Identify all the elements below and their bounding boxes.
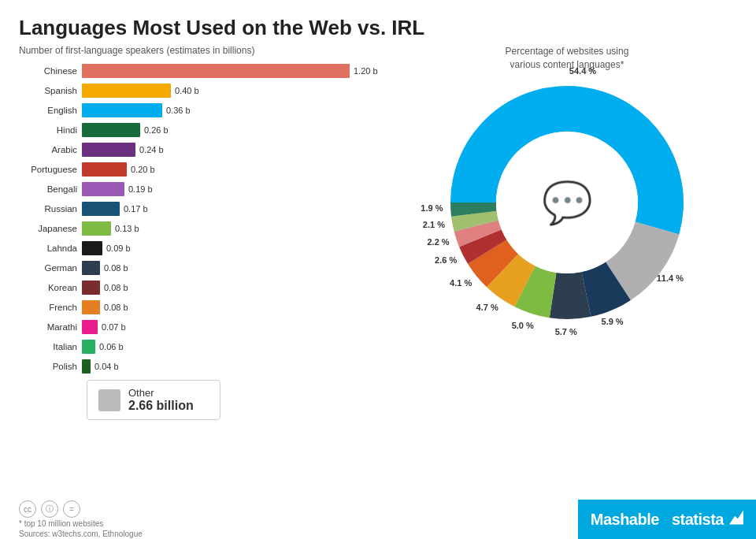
bar-value: 0.20 b	[131, 165, 155, 174]
statista-brand: statista	[672, 511, 743, 529]
bar-value: 0.40 b	[175, 86, 199, 95]
bar-value: 0.08 b	[104, 283, 128, 292]
bar-label: German	[19, 263, 82, 273]
left-subtitle: Number of first-language speakers (estim…	[19, 45, 397, 56]
footer-note1: * top 10 million websites	[19, 519, 103, 528]
bar-track: 0.13 b	[82, 221, 397, 236]
bar-fill	[82, 300, 100, 314]
bar-row: Hindi0.26 b	[19, 121, 397, 139]
bar-row: German0.08 b	[19, 259, 397, 277]
bar-track: 0.40 b	[82, 84, 397, 98]
donut-pct-label: 1.9 %	[421, 203, 443, 213]
bar-row: Chinese1.20 b	[19, 62, 397, 80]
bar-fill	[82, 162, 127, 177]
bar-row: Polish0.04 b	[19, 358, 397, 375]
bar-label: French	[19, 303, 82, 312]
bar-track: 0.07 b	[82, 320, 397, 334]
bar-value: 0.06 b	[99, 342, 124, 351]
bar-label: Italian	[19, 342, 82, 351]
bar-fill	[82, 143, 135, 157]
bar-value: 0.13 b	[115, 224, 139, 233]
bar-value: 0.26 b	[144, 125, 169, 135]
bar-value: 0.19 b	[128, 184, 153, 194]
bar-row: Russian0.17 b	[19, 200, 397, 217]
donut-title: Percentage of websites usingvarious cont…	[506, 45, 629, 72]
bar-label: Chinese	[19, 66, 82, 76]
other-value: 2.66 billion	[128, 399, 194, 413]
other-label: Other	[128, 387, 194, 399]
bar-row: English0.36 b	[19, 102, 397, 119]
bar-row: Italian0.06 b	[19, 338, 397, 355]
bar-value: 0.04 b	[94, 362, 119, 371]
other-legend: Other 2.66 billion	[87, 380, 220, 420]
bar-track: 0.08 b	[82, 261, 397, 275]
bar-row: Korean0.08 b	[19, 279, 397, 296]
footer: cc ⓘ = * top 10 million websites Sources…	[0, 500, 756, 539]
bar-value: 0.09 b	[106, 243, 131, 253]
statista-icon	[729, 511, 743, 525]
bar-fill	[82, 84, 171, 98]
cc-icon: cc	[19, 500, 36, 518]
bar-value: 0.17 b	[124, 204, 148, 214]
footer-left: cc ⓘ = * top 10 million websites Sources…	[19, 500, 143, 538]
bar-value: 0.24 b	[139, 145, 164, 154]
bar-row: Marathi0.07 b	[19, 318, 397, 336]
mashable-brand: Mashable	[591, 511, 659, 529]
chat-icon: 💬	[542, 178, 593, 226]
footer-icons: cc ⓘ =	[19, 500, 80, 518]
bar-row: Spanish0.40 b	[19, 82, 397, 99]
bar-value: 0.08 b	[104, 303, 128, 312]
bar-track: 0.09 b	[82, 241, 397, 255]
bar-label: Polish	[19, 362, 82, 371]
bar-row: Arabic0.24 b	[19, 141, 397, 158]
bar-row: Japanese0.13 b	[19, 220, 397, 237]
bar-label: Hindi	[19, 125, 82, 135]
bar-fill	[82, 182, 124, 196]
donut-container: 💬 54.4 %11.4 %5.9 %5.7 %5.0 %4.7 %4.1 %2…	[441, 76, 693, 329]
bar-fill	[82, 103, 162, 117]
bar-label: Spanish	[19, 86, 82, 95]
bar-fill	[82, 261, 100, 275]
bar-chart: Chinese1.20 bSpanish0.40 bEnglish0.36 bH…	[19, 62, 397, 375]
bar-track: 0.19 b	[82, 182, 397, 196]
bar-row: Lahnda0.09 b	[19, 240, 397, 257]
main-title: Languages Most Used on the Web vs. IRL	[19, 16, 737, 40]
other-legend-text: Other 2.66 billion	[128, 387, 194, 413]
bar-track: 1.20 b	[82, 64, 397, 78]
bar-label: Russian	[19, 204, 82, 214]
bar-label: Korean	[19, 283, 82, 292]
bar-fill	[82, 340, 95, 354]
bar-fill	[82, 123, 140, 137]
left-panel: Number of first-language speakers (estim…	[19, 45, 397, 420]
bar-label: Lahnda	[19, 243, 82, 253]
bar-fill	[82, 64, 350, 78]
bar-label: Arabic	[19, 145, 82, 154]
main-container: Languages Most Used on the Web vs. IRL N…	[0, 0, 756, 539]
eq-icon: =	[63, 500, 80, 518]
bar-row: French0.08 b	[19, 299, 397, 316]
bar-row: Portuguese0.20 b	[19, 161, 397, 178]
content-area: Number of first-language speakers (estim…	[19, 45, 737, 420]
bar-fill	[82, 281, 100, 295]
bar-track: 0.26 b	[82, 123, 397, 137]
bar-track: 0.08 b	[82, 281, 397, 295]
bar-row: Bengali0.19 b	[19, 180, 397, 198]
info-icon: ⓘ	[41, 500, 58, 518]
bar-track: 0.08 b	[82, 300, 397, 314]
footer-note2: Sources: w3techs.com, Ethnologue	[19, 530, 143, 538]
bar-track: 0.04 b	[82, 359, 397, 374]
bar-fill	[82, 202, 120, 216]
bar-value: 1.20 b	[354, 66, 378, 76]
bar-track: 0.17 b	[82, 202, 397, 216]
bar-label: Marathi	[19, 322, 82, 332]
bar-track: 0.06 b	[82, 340, 397, 354]
bar-value: 0.07 b	[102, 322, 126, 332]
bar-value: 0.08 b	[104, 263, 128, 273]
footer-right: Mashable statista	[578, 500, 756, 539]
bar-label: English	[19, 106, 82, 115]
bar-label: Bengali	[19, 184, 82, 194]
bar-label: Portuguese	[19, 165, 82, 174]
bar-track: 0.36 b	[82, 103, 397, 117]
bar-fill	[82, 359, 91, 374]
bar-track: 0.24 b	[82, 143, 397, 157]
